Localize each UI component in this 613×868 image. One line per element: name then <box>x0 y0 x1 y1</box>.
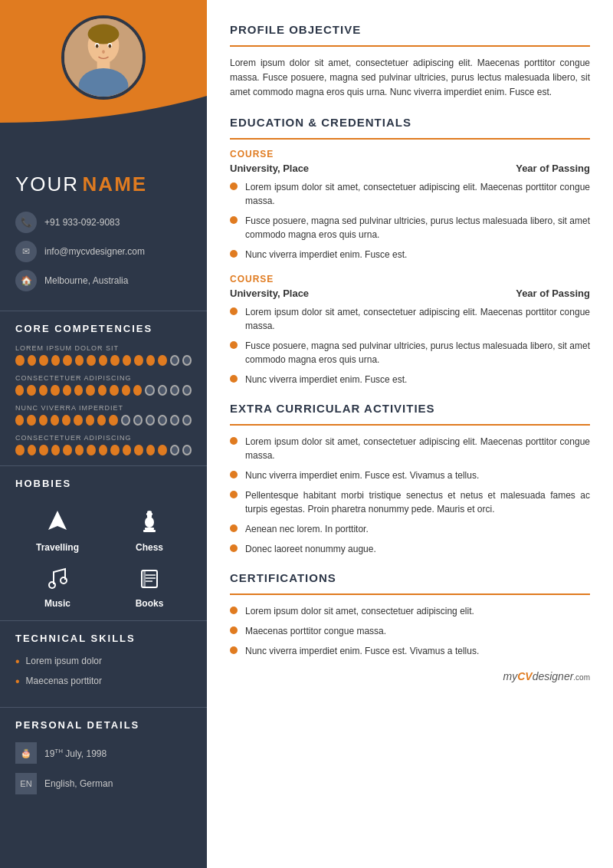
list-item: Pellentesque habitant morbi tristique se… <box>230 488 590 516</box>
branding-cv: CV <box>517 670 532 682</box>
contact-section: 📞 +91 933-092-9083 ✉ info@mycvdesigner.c… <box>0 204 207 307</box>
dot-empty <box>182 445 192 455</box>
year-passing: Year of Passing <box>516 163 590 174</box>
bullet-text: Fusce posuere, magna sed pulvinar ultric… <box>245 214 590 242</box>
bullet-text: Nunc viverra imperdiet enim. Fusce est. … <box>245 469 479 482</box>
university-name: University, Place <box>230 163 309 174</box>
hobby-item: Chess <box>107 505 192 553</box>
personal-item: ENEnglish, German <box>15 773 192 794</box>
dot-filled <box>51 355 61 366</box>
competencies-container: LOREM IPSUM DOLOR SITCONSECTETUER ADIPIS… <box>0 342 207 462</box>
svg-point-8 <box>108 44 111 48</box>
orange-bullet <box>230 607 238 614</box>
contact-address: 🏠 Melbourne, Australia <box>15 270 192 291</box>
competency-label: LOREM IPSUM DOLOR SIT <box>15 344 192 352</box>
orange-bullet <box>230 341 238 349</box>
education-divider <box>230 138 590 140</box>
hobby-label: Chess <box>136 542 163 553</box>
hobby-item: Music <box>15 561 100 609</box>
hobby-icon <box>133 561 167 595</box>
course-label: COURSE <box>230 274 590 284</box>
dots-row <box>15 445 192 455</box>
hobby-icon <box>41 505 75 539</box>
extra-curricular-list: Lorem ipsum dolor sit amet, consectetuer… <box>230 435 590 556</box>
bullet-icon: • <box>15 656 20 668</box>
profile-divider <box>230 45 590 47</box>
hobby-item: Travelling <box>15 505 100 553</box>
dot-filled <box>39 355 48 366</box>
dot-filled <box>134 355 143 366</box>
personal-icon: EN <box>15 773 37 794</box>
dot-filled <box>158 445 167 455</box>
dot-empty <box>182 385 192 396</box>
dot-filled <box>86 385 94 396</box>
bullet-text: Nunc viverra imperdiet enim. Fusce est. <box>245 373 407 386</box>
dot-filled <box>15 355 25 366</box>
education-heading: EDUCATION & CREDENTIALS <box>230 116 590 129</box>
profile-text: Lorem ipsum dolor sit amet, consectetuer… <box>230 56 590 100</box>
competency-item: CONSECTETUER ADIPISCING <box>0 372 207 402</box>
dot-filled <box>27 385 35 396</box>
dot-filled <box>134 445 143 455</box>
list-item: Lorem ipsum dolor sit amet, consectetuer… <box>230 305 590 333</box>
svg-point-9 <box>102 50 105 54</box>
contact-email: ✉ info@mycvdesigner.com <box>15 241 192 262</box>
svg-rect-11 <box>145 528 154 530</box>
dot-empty <box>121 415 130 426</box>
certifications-heading: CERTIFICATIONS <box>230 571 590 584</box>
orange-bullet <box>230 250 238 258</box>
profile-objective-heading: PROFILE OBJECTIVE <box>230 23 590 36</box>
dot-filled <box>51 415 59 426</box>
hobby-icon <box>133 505 167 539</box>
list-item: Nunc viverra imperdiet enim. Fusce est. <box>230 373 590 386</box>
address-text: Melbourne, Australia <box>44 275 128 286</box>
email-icon: ✉ <box>15 241 37 262</box>
dot-empty <box>146 415 155 426</box>
bullet-text: Pellentesque habitant morbi tristique se… <box>245 488 590 516</box>
bullet-text: Lorem ipsum dolor sit amet, consectetuer… <box>245 180 590 208</box>
year-passing: Year of Passing <box>516 288 590 299</box>
tech-skill-item: •Lorem ipsum dolor <box>15 656 192 668</box>
extra-curricular-heading: EXTRA CURRICULAR ACTIVITIES <box>230 402 590 415</box>
dot-empty <box>170 355 179 366</box>
dots-row <box>15 415 192 426</box>
orange-bullet <box>230 626 238 634</box>
hobbies-grid: TravellingChessMusicBooks <box>0 497 207 616</box>
tech-skill-text: Maecenas porttitor <box>26 676 102 686</box>
orange-bullet <box>230 375 238 383</box>
dot-filled <box>62 415 70 426</box>
sidebar-header <box>0 0 207 153</box>
dot-filled <box>87 445 96 455</box>
name-section: YOUR NAME <box>0 161 207 204</box>
dot-filled <box>63 445 72 455</box>
bullet-text: Donec laoreet nonummy augue. <box>245 542 376 556</box>
core-competencies-title: CORE COMPETENCIES <box>0 311 207 342</box>
dot-filled <box>110 385 118 396</box>
svg-point-2 <box>88 24 120 44</box>
dot-filled <box>99 445 108 455</box>
competency-item: CONSECTETUER ADIPISCING <box>0 432 207 462</box>
svg-point-16 <box>49 582 55 588</box>
dot-empty <box>145 385 154 396</box>
dot-filled <box>63 385 71 396</box>
dot-filled <box>39 445 48 455</box>
list-item: Lorem ipsum dolor sit amet, consectetuer… <box>230 604 590 618</box>
home-icon: 🏠 <box>15 270 37 291</box>
list-item: Lorem ipsum dolor sit amet, consectetuer… <box>230 180 590 208</box>
orange-bullet <box>230 216 238 224</box>
dot-filled <box>15 445 25 455</box>
list-item: Nunc viverra imperdiet enim. Fusce est. … <box>230 644 590 658</box>
name-name: NAME <box>83 173 148 196</box>
bullet-text: Fusce posuere, magna sed pulvinar ultric… <box>245 339 590 367</box>
svg-point-7 <box>96 44 99 48</box>
branding-designer: designer <box>533 670 574 682</box>
hobby-label: Music <box>44 598 70 609</box>
dots-row <box>15 355 192 366</box>
dot-filled <box>110 445 120 455</box>
svg-point-17 <box>61 577 67 584</box>
dot-filled <box>99 355 108 366</box>
competency-label: NUNC VIVERRA IMPERDIET <box>15 404 192 412</box>
dot-filled <box>97 415 106 426</box>
hobby-item: Books <box>107 561 192 609</box>
orange-bullet <box>230 646 238 654</box>
